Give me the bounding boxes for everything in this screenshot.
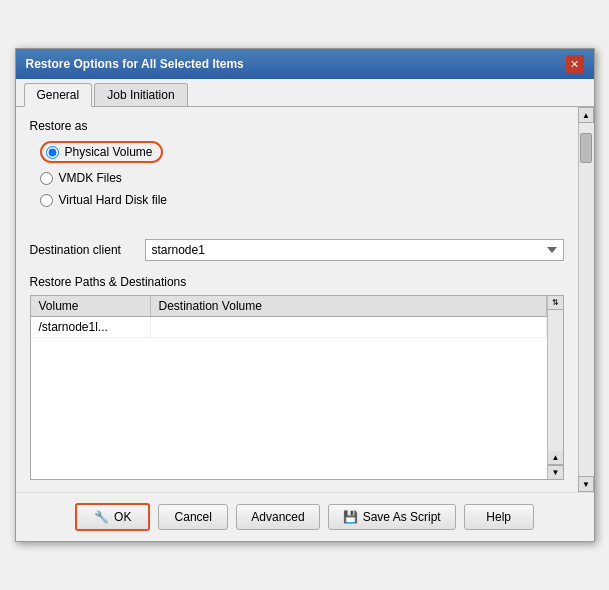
dialog-scrollbar[interactable]: ▲ ▼ <box>578 107 594 492</box>
advanced-label: Advanced <box>251 510 304 524</box>
vmdk-files-label: VMDK Files <box>59 171 122 185</box>
physical-volume-highlight: Physical Volume <box>40 141 163 163</box>
save-as-script-button[interactable]: 💾 Save As Script <box>328 504 456 530</box>
restore-as-label: Restore as <box>30 119 564 133</box>
restore-paths-label: Restore Paths & Destinations <box>30 275 564 289</box>
tab-bar: General Job Initiation <box>16 79 594 107</box>
physical-volume-radio[interactable] <box>46 146 59 159</box>
cancel-button[interactable]: Cancel <box>158 504 228 530</box>
destination-client-row: Destination client starnode1 <box>30 239 564 261</box>
dialog-footer: 🔧 OK Cancel Advanced 💾 Save As Script He… <box>16 492 594 541</box>
ok-button[interactable]: 🔧 OK <box>75 503 150 531</box>
restore-paths-table: Volume Destination Volume /starnode1l...… <box>30 295 564 480</box>
restore-paths-section: Restore Paths & Destinations Volume Dest… <box>30 275 564 480</box>
save-icon: 💾 <box>343 510 358 524</box>
save-as-script-label: Save As Script <box>363 510 441 524</box>
virtual-hard-disk-label: Virtual Hard Disk file <box>59 193 167 207</box>
help-button[interactable]: Help <box>464 504 534 530</box>
volume-column-header: Volume <box>31 296 151 316</box>
restore-as-options: Physical Volume VMDK Files Virtual Hard … <box>40 141 564 207</box>
ok-icon: 🔧 <box>94 510 109 524</box>
scroll-track <box>579 123 593 476</box>
dialog-body: Restore as Physical Volume VMDK Files <box>16 107 594 492</box>
cancel-label: Cancel <box>175 510 212 524</box>
close-button[interactable]: ✕ <box>566 55 584 73</box>
ok-label: OK <box>114 510 131 524</box>
virtual-hard-disk-option[interactable]: Virtual Hard Disk file <box>40 193 564 207</box>
physical-volume-label: Physical Volume <box>65 145 153 159</box>
title-bar: Restore Options for All Selected Items ✕ <box>16 49 594 79</box>
table-header: Volume Destination Volume <box>31 296 547 317</box>
table-inner: Volume Destination Volume /starnode1l... <box>31 296 547 479</box>
destination-client-label: Destination client <box>30 243 135 257</box>
table-scrollbar: ⇅ ▲ ▼ <box>547 296 563 479</box>
destination-client-select[interactable]: starnode1 <box>145 239 564 261</box>
vmdk-files-option[interactable]: VMDK Files <box>40 171 564 185</box>
virtual-hard-disk-radio[interactable] <box>40 194 53 207</box>
destination-volume-cell <box>151 317 547 337</box>
volume-cell: /starnode1l... <box>31 317 151 337</box>
restore-options-dialog: Restore Options for All Selected Items ✕… <box>15 48 595 542</box>
scroll-thumb[interactable] <box>580 133 592 163</box>
dialog-title: Restore Options for All Selected Items <box>26 57 244 71</box>
destination-volume-column-header: Destination Volume <box>151 296 547 316</box>
help-label: Help <box>486 510 511 524</box>
vmdk-files-radio[interactable] <box>40 172 53 185</box>
scroll-up-btn[interactable]: ▲ <box>578 107 594 123</box>
physical-volume-option[interactable]: Physical Volume <box>40 141 564 163</box>
content-area: Restore as Physical Volume VMDK Files <box>16 107 578 492</box>
scroll-down-btn[interactable]: ▼ <box>578 476 594 492</box>
advanced-button[interactable]: Advanced <box>236 504 319 530</box>
tab-general[interactable]: General <box>24 83 93 107</box>
table-scroll-down-btn[interactable]: ▼ <box>548 465 564 479</box>
tab-job-initiation[interactable]: Job Initiation <box>94 83 187 106</box>
table-expand-btn[interactable]: ⇅ <box>548 296 564 310</box>
table-row[interactable]: /starnode1l... <box>31 317 547 338</box>
table-scroll-up-btn[interactable]: ▲ <box>548 451 564 465</box>
